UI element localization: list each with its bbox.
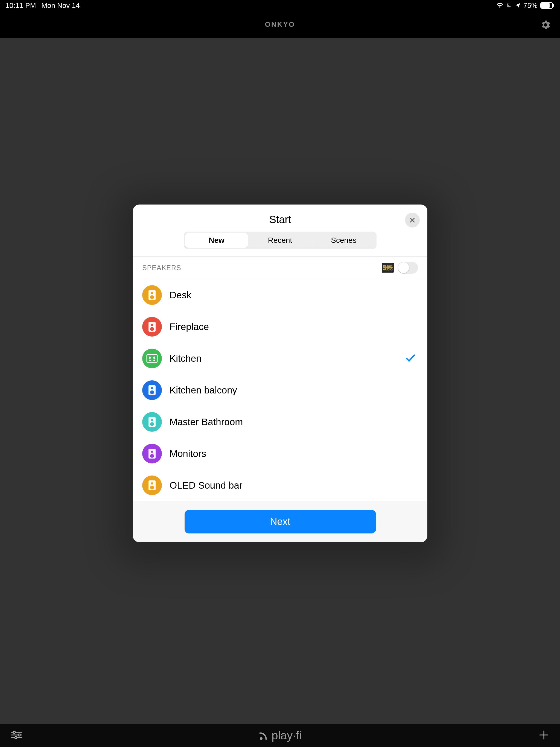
status-time: 10:11 PM bbox=[5, 1, 36, 10]
svg-point-14 bbox=[153, 360, 155, 361]
svg-point-5 bbox=[151, 292, 153, 294]
status-bar: 10:11 PM Mon Nov 14 75% bbox=[0, 0, 560, 11]
speaker-row[interactable]: Kitchen balcony bbox=[133, 374, 427, 406]
svg-point-16 bbox=[151, 387, 153, 389]
speaker-name: Monitors bbox=[170, 448, 418, 459]
tab-label: New bbox=[209, 236, 225, 245]
speaker-icon bbox=[142, 412, 162, 432]
svg-point-22 bbox=[151, 450, 153, 453]
equalizer-button[interactable] bbox=[11, 730, 22, 741]
svg-point-20 bbox=[150, 422, 154, 426]
tab-new[interactable]: New bbox=[185, 233, 248, 248]
toggle-knob bbox=[398, 262, 409, 273]
checkmark-icon bbox=[404, 352, 416, 365]
speaker-list: DeskFireplaceKitchenKitchen balconyMaste… bbox=[133, 279, 427, 501]
moon-icon bbox=[506, 2, 512, 8]
modal-title: Start bbox=[133, 214, 427, 226]
close-button[interactable] bbox=[405, 213, 420, 228]
segmented-control: New Recent Scenes bbox=[184, 232, 377, 249]
svg-point-12 bbox=[153, 357, 155, 359]
svg-point-32 bbox=[15, 737, 17, 739]
svg-point-11 bbox=[149, 357, 151, 359]
svg-text:ONKYO: ONKYO bbox=[265, 20, 295, 28]
svg-rect-2 bbox=[553, 4, 554, 7]
speaker-icon bbox=[142, 317, 162, 337]
svg-point-6 bbox=[150, 295, 154, 299]
svg-point-23 bbox=[150, 454, 154, 458]
tab-recent[interactable]: Recent bbox=[248, 233, 312, 248]
svg-point-28 bbox=[13, 731, 15, 733]
svg-point-26 bbox=[150, 486, 154, 489]
speaker-row[interactable]: Kitchen bbox=[133, 343, 427, 374]
hires-badge: Hi-Res AUDIO bbox=[382, 263, 394, 273]
speaker-icon bbox=[142, 444, 162, 463]
add-button[interactable] bbox=[539, 730, 549, 741]
status-battery-percent: 75% bbox=[524, 1, 538, 10]
svg-point-9 bbox=[150, 327, 154, 331]
wifi-icon bbox=[496, 2, 504, 8]
svg-point-33 bbox=[260, 737, 262, 740]
svg-rect-10 bbox=[147, 355, 157, 362]
section-header: SPEAKERS Hi-Res AUDIO bbox=[133, 257, 427, 279]
svg-point-13 bbox=[149, 360, 151, 361]
tab-scenes[interactable]: Scenes bbox=[312, 233, 376, 248]
receiver-icon bbox=[142, 349, 162, 368]
tab-label: Recent bbox=[268, 236, 292, 245]
speaker-row[interactable]: OLED Sound bar bbox=[133, 469, 427, 501]
sliders-icon bbox=[11, 730, 22, 740]
speaker-row[interactable]: Fireplace bbox=[133, 311, 427, 343]
location-icon bbox=[515, 3, 520, 8]
speaker-name: Fireplace bbox=[170, 321, 418, 332]
speaker-name: Desk bbox=[170, 289, 418, 301]
speaker-name: Master Bathroom bbox=[170, 416, 418, 428]
svg-rect-1 bbox=[541, 3, 550, 8]
playfi-icon bbox=[258, 730, 270, 741]
hires-toggle[interactable] bbox=[398, 262, 418, 274]
speaker-row[interactable]: Desk bbox=[133, 279, 427, 311]
plus-icon bbox=[539, 730, 549, 740]
gear-icon bbox=[540, 19, 551, 31]
close-icon bbox=[409, 217, 416, 223]
app-header: ONKYO bbox=[0, 11, 560, 38]
speaker-name: OLED Sound bar bbox=[170, 480, 418, 491]
playfi-brand: play·fi bbox=[258, 729, 302, 742]
speaker-row[interactable]: Monitors bbox=[133, 438, 427, 469]
status-date: Mon Nov 14 bbox=[41, 1, 80, 10]
svg-point-30 bbox=[18, 734, 20, 736]
settings-button[interactable] bbox=[540, 19, 551, 32]
start-modal: Start New Recent Scenes SPEAKERS Hi-Res bbox=[133, 205, 427, 542]
svg-point-8 bbox=[151, 324, 153, 326]
brand-logo: ONKYO bbox=[253, 20, 307, 29]
speaker-icon bbox=[142, 285, 162, 305]
speaker-icon bbox=[142, 380, 162, 400]
speaker-name: Kitchen balcony bbox=[170, 385, 418, 396]
tab-label: Scenes bbox=[331, 236, 356, 245]
next-button[interactable]: Next bbox=[184, 510, 376, 534]
section-label: SPEAKERS bbox=[142, 264, 181, 272]
battery-icon bbox=[540, 2, 555, 9]
speaker-name: Kitchen bbox=[170, 353, 397, 364]
speaker-icon bbox=[142, 475, 162, 495]
svg-point-25 bbox=[151, 482, 153, 485]
svg-point-17 bbox=[150, 390, 154, 394]
svg-point-19 bbox=[151, 419, 153, 421]
next-button-label: Next bbox=[270, 516, 290, 527]
tab-bar: play·fi bbox=[0, 724, 560, 747]
speaker-row[interactable]: Master Bathroom bbox=[133, 406, 427, 438]
